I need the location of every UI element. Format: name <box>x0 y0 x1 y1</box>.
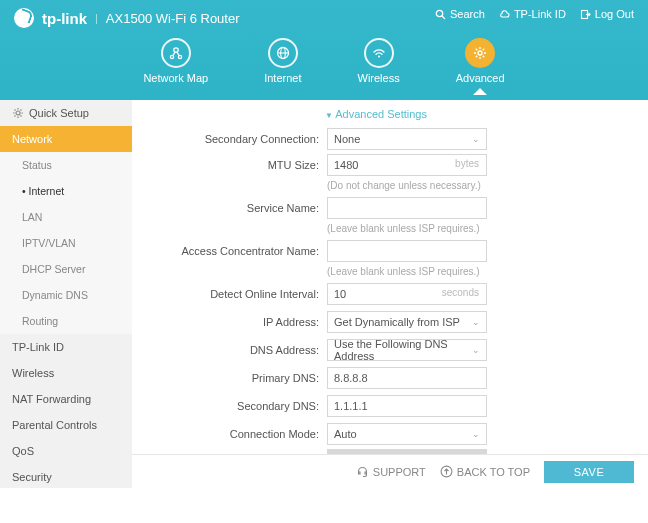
tplink-logo-icon <box>14 8 34 28</box>
cloud-icon <box>499 9 510 20</box>
wifi-icon <box>364 38 394 68</box>
chevron-down-icon: ⌄ <box>472 345 480 355</box>
tplinkid-link[interactable]: TP-Link ID <box>499 8 566 20</box>
select-ip-address[interactable]: Get Dynamically from ISP⌄ <box>327 311 487 333</box>
sidebar-sub-routing[interactable]: Routing <box>0 308 132 334</box>
sidebar: Quick Setup Network Status Internet LAN … <box>0 100 132 488</box>
arrow-up-circle-icon <box>440 465 453 478</box>
model-text: AX1500 Wi-Fi 6 Router <box>106 11 240 26</box>
label-ac: Access Concentrator Name: <box>132 245 327 257</box>
sidebar-item-tplinkid[interactable]: TP-Link ID <box>0 334 132 360</box>
header: tp-link | AX1500 Wi-Fi 6 Router Search T… <box>0 0 648 100</box>
main-tabs: Network Map Internet Wireless Advanced <box>0 38 648 94</box>
input-service-name[interactable] <box>327 197 487 219</box>
sidebar-sub-internet[interactable]: Internet <box>0 178 132 204</box>
svg-point-9 <box>378 56 380 58</box>
svg-point-0 <box>436 10 442 16</box>
sidebar-sub-iptv[interactable]: IPTV/VLAN <box>0 230 132 256</box>
sidebar-sub-ddns[interactable]: Dynamic DNS <box>0 282 132 308</box>
sidebar-sub-status[interactable]: Status <box>0 152 132 178</box>
search-icon <box>435 9 446 20</box>
sidebar-item-network[interactable]: Network <box>0 126 132 152</box>
main: Advanced Settings Secondary Connection:N… <box>132 100 648 488</box>
support-link[interactable]: SUPPORT <box>356 465 426 478</box>
label-mode: Connection Mode: <box>132 428 327 440</box>
hint-mtu: (Do not change unless necessary.) <box>327 180 620 191</box>
svg-point-3 <box>174 48 178 52</box>
select-secondary-connection[interactable]: None⌄ <box>327 128 487 150</box>
gear-icon <box>465 38 495 68</box>
brand-text: tp-link <box>42 10 87 27</box>
advanced-settings-toggle[interactable]: Advanced Settings <box>132 108 620 120</box>
svg-line-1 <box>442 16 445 19</box>
label-service: Service Name: <box>132 202 327 214</box>
footer: SUPPORT BACK TO TOP SAVE <box>132 454 648 488</box>
label-mtu: MTU Size: <box>132 159 327 171</box>
top-links: Search TP-Link ID Log Out <box>435 8 634 20</box>
search-link[interactable]: Search <box>435 8 485 20</box>
tab-wireless[interactable]: Wireless <box>358 38 400 94</box>
tab-network-map[interactable]: Network Map <box>143 38 208 94</box>
logout-icon <box>580 9 591 20</box>
hint-ac: (Leave blank unless ISP requires.) <box>327 266 620 277</box>
tab-advanced[interactable]: Advanced <box>456 38 505 94</box>
headset-icon <box>356 465 369 478</box>
sidebar-item-qos[interactable]: QoS <box>0 438 132 464</box>
chevron-down-icon: ⌄ <box>472 134 480 144</box>
label-dns: DNS Address: <box>132 344 327 356</box>
gear-small-icon <box>12 107 24 119</box>
mtu-unit: bytes <box>455 158 479 169</box>
label-pdns: Primary DNS: <box>132 372 327 384</box>
sidebar-item-quick-setup[interactable]: Quick Setup <box>0 100 132 126</box>
chevron-down-icon: ⌄ <box>472 317 480 327</box>
input-primary-dns[interactable] <box>327 367 487 389</box>
sidebar-item-wireless[interactable]: Wireless <box>0 360 132 386</box>
svg-point-5 <box>178 55 181 58</box>
svg-point-11 <box>16 111 20 115</box>
label-secondary: Secondary Connection: <box>132 133 327 145</box>
sidebar-item-nat[interactable]: NAT Forwarding <box>0 386 132 412</box>
detect-unit: seconds <box>442 287 479 298</box>
label-sdns: Secondary DNS: <box>132 400 327 412</box>
input-secondary-dns[interactable] <box>327 395 487 417</box>
label-detect: Detect Online Interval: <box>132 288 327 300</box>
logout-link[interactable]: Log Out <box>580 8 634 20</box>
sidebar-subitems: Status Internet LAN IPTV/VLAN DHCP Serve… <box>0 152 132 334</box>
sidebar-sub-dhcp[interactable]: DHCP Server <box>0 256 132 282</box>
label-ip: IP Address: <box>132 316 327 328</box>
sidebar-sub-lan[interactable]: LAN <box>0 204 132 230</box>
chevron-down-icon: ⌄ <box>472 429 480 439</box>
globe-icon <box>268 38 298 68</box>
hint-service: (Leave blank unless ISP requires.) <box>327 223 620 234</box>
back-to-top-link[interactable]: BACK TO TOP <box>440 465 530 478</box>
tab-internet[interactable]: Internet <box>264 38 301 94</box>
sidebar-item-security[interactable]: Security <box>0 464 132 488</box>
select-dns-address[interactable]: Use the Following DNS Address⌄ <box>327 339 487 361</box>
svg-point-4 <box>170 55 173 58</box>
content: Advanced Settings Secondary Connection:N… <box>132 100 648 454</box>
input-ac-name[interactable] <box>327 240 487 262</box>
svg-point-10 <box>478 51 482 55</box>
divider: | <box>95 12 98 24</box>
network-map-icon <box>161 38 191 68</box>
sidebar-item-parental[interactable]: Parental Controls <box>0 412 132 438</box>
body: Quick Setup Network Status Internet LAN … <box>0 100 648 488</box>
select-connection-mode[interactable]: Auto⌄ <box>327 423 487 445</box>
save-button[interactable]: SAVE <box>544 461 634 483</box>
